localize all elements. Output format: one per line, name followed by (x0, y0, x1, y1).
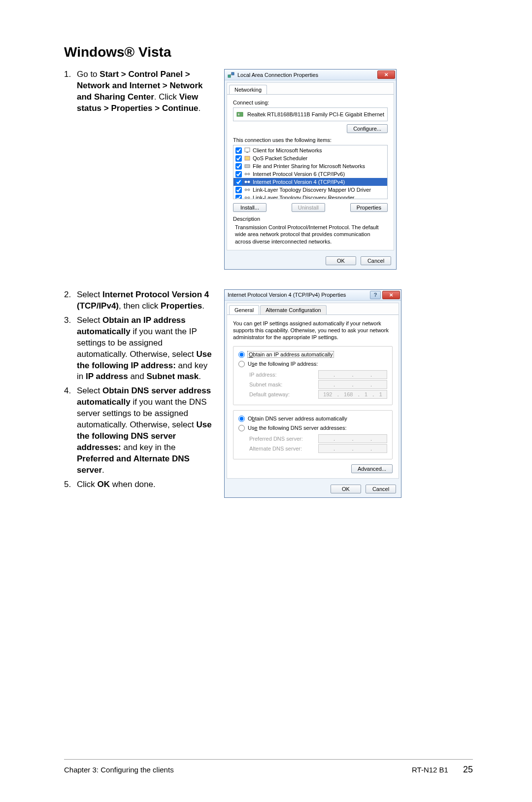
page-heading: Windows® Vista (64, 44, 473, 60)
item-checkbox[interactable] (235, 195, 242, 200)
page-footer: Chapter 3: Configuring the clients RT-N1… (64, 759, 473, 775)
ok-button[interactable]: OK (331, 485, 361, 493)
dialog1-title: Local Area Connection Properties (237, 72, 377, 78)
dialog2-title: Internet Protocol Version 4 (TCP/IPv4) P… (228, 292, 370, 298)
network-icon (228, 71, 234, 78)
svg-point-17 (248, 189, 250, 191)
description-text: Transmission Control Protocol/Internet P… (233, 224, 388, 245)
ok-button[interactable]: OK (326, 256, 356, 265)
dns-groupbox: Obtain DNS server address automatically … (233, 410, 393, 459)
description-label: Description (233, 216, 388, 222)
gateway-field: Default gateway: 192.168.1.1 (249, 390, 387, 399)
alt-dns-field: Alternate DNS server: ... (249, 444, 387, 453)
svg-rect-1 (232, 72, 234, 75)
step-3: 3. Select Obtain an IP address automatic… (64, 315, 214, 383)
svg-rect-8 (245, 165, 250, 168)
item-checkbox[interactable] (235, 187, 242, 193)
steps-2-5-row: 2. Select Internet Protocol Version 4 (T… (64, 289, 473, 498)
client-icon (244, 147, 251, 154)
connection-items-list[interactable]: Client for Microsoft Networks QoS Packet… (233, 145, 388, 199)
item-checkbox[interactable] (235, 171, 242, 177)
page-number: 25 (463, 765, 473, 775)
step-4: 4. Select Obtain DNS server address auto… (64, 385, 214, 476)
tab-general[interactable]: General (229, 305, 259, 314)
protocol-icon (244, 171, 251, 177)
item-label: Link-Layer Topology Discovery Mapper I/O… (253, 187, 371, 193)
step-2: 2. Select Internet Protocol Version 4 (T… (64, 289, 214, 312)
connect-using-label: Connect using: (233, 100, 388, 105)
intro-text: You can get IP settings assigned automat… (233, 320, 393, 341)
step-1: 1. Go to Start > Control Panel > Network… (64, 69, 214, 114)
properties-button[interactable]: Properties (350, 203, 388, 212)
svg-rect-6 (246, 152, 248, 153)
svg-point-20 (248, 197, 250, 199)
item-label-selected: Internet Protocol Version 4 (TCP/IPv4) (253, 179, 345, 185)
item-checkbox[interactable] (235, 179, 242, 185)
close-icon[interactable]: ✕ (382, 291, 400, 299)
svg-rect-0 (228, 75, 231, 77)
fileprint-icon (244, 163, 251, 170)
ip-groupbox: OObtain an IP address automaticallybtain… (233, 346, 393, 405)
qos-icon (244, 155, 251, 162)
step-1-row: 1. Go to Start > Control Panel > Network… (64, 69, 473, 270)
item-checkbox[interactable] (235, 163, 242, 170)
item-label: Internet Protocol Version 6 (TCP/IPv6) (253, 171, 345, 177)
subnet-field: Subnet mask: ... (249, 380, 387, 389)
protocol-icon (244, 194, 251, 199)
svg-rect-4 (238, 113, 239, 115)
radio-auto-dns[interactable]: Obtain DNS server address automatically (238, 416, 387, 422)
dialog2-titlebar: Internet Protocol Version 4 (TCP/IPv4) P… (225, 290, 401, 301)
svg-rect-5 (245, 148, 250, 152)
tab-alternate[interactable]: Alternate Configuration (260, 305, 327, 314)
item-checkbox[interactable] (235, 147, 242, 154)
footer-model: RT-N12 B1 (412, 766, 448, 774)
svg-point-10 (245, 173, 247, 175)
protocol-icon (244, 186, 251, 193)
svg-rect-3 (237, 112, 243, 116)
item-label: Link-Layer Topology Discovery Responder (253, 195, 354, 199)
uninstall-button: Uninstall (292, 203, 325, 212)
nic-icon (236, 111, 244, 118)
item-checkbox[interactable] (235, 155, 242, 162)
local-area-connection-dialog: Local Area Connection Properties ✕ Netwo… (224, 69, 397, 270)
cancel-button[interactable]: Cancel (361, 256, 391, 265)
pref-dns-field: Preferred DNS server: ... (249, 434, 387, 443)
svg-point-13 (245, 181, 247, 183)
radio-manual-ip[interactable]: Use the following IP address: (238, 361, 387, 367)
step-5: 5. Click OK when done. (64, 479, 214, 490)
dialog1-titlebar: Local Area Connection Properties ✕ (225, 70, 396, 80)
install-button[interactable]: Install... (233, 203, 266, 212)
item-label: QoS Packet Scheduler (253, 155, 307, 161)
tcpipv4-properties-dialog: Internet Protocol Version 4 (TCP/IPv4) P… (224, 289, 401, 498)
svg-rect-7 (245, 156, 250, 160)
radio-auto-ip[interactable]: OObtain an IP address automaticallybtain… (238, 351, 387, 358)
footer-chapter: Chapter 3: Configuring the clients (64, 766, 174, 774)
item-label: File and Printer Sharing for Microsoft N… (253, 163, 365, 169)
configure-button[interactable]: Configure... (347, 124, 388, 133)
close-icon[interactable]: ✕ (377, 70, 395, 79)
svg-point-11 (248, 173, 250, 175)
uses-items-label: This connection uses the following items… (233, 137, 388, 143)
svg-point-16 (245, 189, 247, 191)
adapter-name: Realtek RTL8168B/8111B Family PCI-E Giga… (247, 111, 384, 117)
svg-point-19 (245, 197, 247, 199)
svg-point-14 (248, 181, 250, 183)
help-icon[interactable]: ? (370, 291, 381, 299)
advanced-button[interactable]: Advanced... (351, 464, 393, 473)
item-label: Client for Microsoft Networks (253, 147, 322, 153)
ip-address-field: IP address: ... (249, 370, 387, 379)
tab-networking[interactable]: Networking (229, 85, 267, 94)
cancel-button[interactable]: Cancel (366, 485, 396, 493)
protocol-icon (244, 178, 251, 185)
radio-manual-dns[interactable]: Use the following DNS server addresses: (238, 425, 387, 431)
adapter-box: Realtek RTL8168B/8111B Family PCI-E Giga… (233, 107, 388, 121)
